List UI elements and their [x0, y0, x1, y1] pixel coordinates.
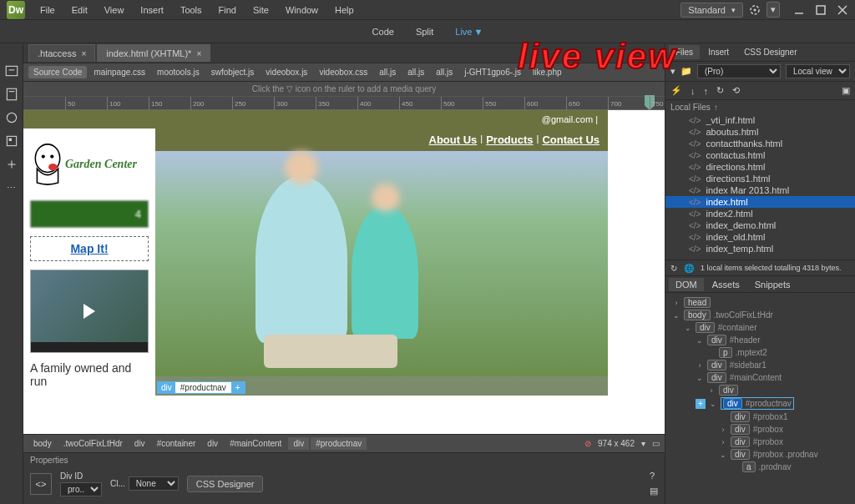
minimize-button[interactable]	[793, 4, 805, 16]
dom-node[interactable]: ›div#probox	[667, 423, 853, 436]
dom-tab-assets[interactable]: Assets	[706, 278, 746, 291]
related-file[interactable]: all.js	[374, 66, 401, 78]
define-site-icon[interactable]: ▾	[670, 66, 675, 77]
panel-tab-files[interactable]: Files	[669, 45, 700, 59]
related-file[interactable]: j-GHT1gpo6-.js	[459, 66, 526, 78]
related-file[interactable]: all.js	[402, 66, 429, 78]
refresh-icon[interactable]: ↻	[716, 85, 724, 96]
tag-crumb[interactable]: div	[129, 437, 150, 450]
related-file[interactable]: videobox.css	[314, 66, 372, 78]
sync-icon[interactable]: ⟲	[732, 85, 740, 96]
dom-node[interactable]: ⌄div#mainContent	[667, 371, 853, 384]
split-view-button[interactable]: Split	[406, 23, 443, 40]
menu-help[interactable]: Help	[326, 2, 362, 18]
code-view-button[interactable]: Code	[362, 23, 404, 40]
dom-node[interactable]: ›head	[667, 296, 853, 309]
close-button[interactable]	[837, 4, 848, 16]
menu-find[interactable]: Find	[210, 2, 245, 18]
live-options-icon[interactable]	[4, 63, 19, 78]
page-nav-link[interactable]: Contact Us	[542, 134, 600, 146]
related-file[interactable]: mootools.js	[152, 66, 205, 78]
related-file[interactable]: all.js	[431, 66, 458, 78]
dom-node[interactable]: ›div#sidebar1	[667, 359, 853, 371]
div-id-input[interactable]: pro...	[60, 482, 102, 496]
related-file[interactable]: videobox.js	[261, 66, 312, 78]
css-designer-button[interactable]: CSS Designer	[187, 476, 264, 492]
hud-add-button[interactable]: +	[231, 382, 245, 393]
dom-tab-dom[interactable]: DOM	[669, 278, 704, 291]
panel-tab-insert[interactable]: Insert	[701, 45, 736, 59]
inspect-icon[interactable]	[4, 134, 19, 149]
file-item[interactable]: </>_vti_inf.html	[665, 114, 855, 126]
page-nav-link[interactable]: About Us	[429, 134, 478, 146]
site-selector[interactable]: (Pro)	[697, 64, 781, 78]
menu-site[interactable]: Site	[245, 2, 277, 18]
dom-node[interactable]: p.mptext2	[667, 346, 853, 359]
dom-panel[interactable]: ›head⌄body.twoColFixLtHdr⌄div#container⌄…	[665, 293, 855, 504]
file-item[interactable]: </>index_temp.html	[665, 243, 855, 255]
tag-crumb[interactable]: div	[202, 437, 223, 450]
dom-node[interactable]: ›div#probox	[667, 436, 853, 448]
log-icon[interactable]: ↻	[670, 264, 677, 273]
element-selector-hud[interactable]: div #productnav +	[157, 381, 245, 394]
dom-node[interactable]: ⌄div#probox .prodnav	[667, 448, 853, 461]
menu-file[interactable]: File	[32, 2, 63, 18]
page-nav-link[interactable]: Products	[486, 134, 533, 146]
play-icon[interactable]	[83, 304, 95, 319]
file-item[interactable]: </>contactthanks.html	[665, 138, 855, 149]
file-item[interactable]: </>index_old.html	[665, 231, 855, 243]
close-tab-icon[interactable]: ×	[196, 49, 201, 58]
dom-node[interactable]: ⌄div#header	[667, 334, 853, 346]
menu-insert[interactable]: Insert	[132, 2, 172, 18]
globe-icon[interactable]: 🌐	[684, 264, 694, 273]
document-tab[interactable]: .htaccess×	[28, 44, 95, 62]
maximize-button[interactable]	[815, 4, 827, 16]
dom-node[interactable]: ⌄body.twoColFixLtHdr	[667, 309, 853, 321]
tag-crumb[interactable]: #mainContent	[225, 437, 286, 450]
dom-node[interactable]: div#probox1	[667, 411, 853, 423]
video-controls[interactable]	[31, 342, 148, 352]
sync-dropdown-icon[interactable]: ▾	[766, 2, 780, 18]
html-properties-icon[interactable]: <>	[30, 473, 52, 495]
local-files-heading[interactable]: Local Files↑	[665, 100, 855, 114]
class-select[interactable]: None	[129, 476, 179, 491]
expand-panel-icon[interactable]: ▣	[842, 85, 850, 96]
dom-node[interactable]: ⌄div#container	[667, 321, 853, 334]
dom-tab-snippets[interactable]: Snippets	[748, 278, 797, 291]
file-item[interactable]: </>directions.html	[665, 161, 855, 173]
menu-window[interactable]: Window	[277, 2, 326, 18]
live-view-area[interactable]: @gmail.com | Garden Center 4 Map It!	[23, 110, 665, 434]
dom-node[interactable]: a.prodnav	[667, 461, 853, 473]
file-item[interactable]: </>index.html	[665, 196, 855, 208]
connect-icon[interactable]: ⚡	[670, 85, 682, 96]
customize-toolbar-icon[interactable]: ⋯	[4, 180, 19, 195]
cancel-icon[interactable]: ⊘	[584, 439, 591, 448]
file-item[interactable]: </>index_demo.html	[665, 219, 855, 231]
expand-icon[interactable]	[4, 157, 19, 172]
tag-crumb[interactable]: .twoColFixLtHdr	[58, 437, 128, 450]
workspace-switcher[interactable]: Standard	[680, 3, 743, 18]
get-icon[interactable]: ↓	[691, 86, 696, 96]
ruler[interactable]: 5010015020025030035040045050055060065070…	[23, 97, 665, 110]
tag-crumb[interactable]: div	[288, 437, 309, 450]
menu-tools[interactable]: Tools	[172, 2, 210, 18]
file-item[interactable]: </>contactus.html	[665, 149, 855, 161]
help-icon[interactable]: ?	[650, 471, 658, 481]
quick-tag-icon[interactable]: ▤	[650, 486, 658, 496]
file-item[interactable]: </>directions1.html	[665, 173, 855, 184]
file-item[interactable]: </>aboutus.html	[665, 126, 855, 138]
tag-crumb[interactable]: body	[28, 437, 57, 450]
dom-node[interactable]: +⌄div#productnav	[667, 396, 853, 411]
dom-node[interactable]: ›div	[667, 384, 853, 396]
related-file[interactable]: swfobject.js	[206, 66, 260, 78]
view-selector[interactable]: Local view	[786, 64, 850, 78]
file-list[interactable]: </>_vti_inf.html</>aboutus.html</>contac…	[665, 114, 855, 260]
panel-tab-css-designer[interactable]: CSS Designer	[737, 45, 803, 59]
tag-crumb[interactable]: #container	[152, 437, 201, 450]
preview-icon[interactable]	[4, 110, 19, 125]
live-view-button[interactable]: Live▼	[445, 23, 493, 40]
menu-edit[interactable]: Edit	[63, 2, 96, 18]
related-file[interactable]: like.php	[528, 66, 566, 78]
file-item[interactable]: </>index Mar 2013.html	[665, 184, 855, 196]
dom-add-icon[interactable]: +	[696, 399, 706, 409]
